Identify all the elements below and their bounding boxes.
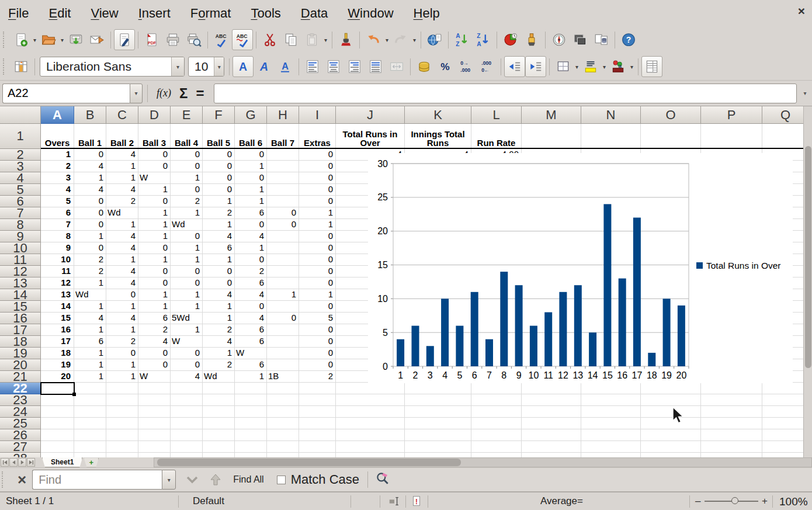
cell-I20[interactable]: 0: [299, 359, 336, 371]
percent-button[interactable]: %: [435, 56, 456, 77]
column-header-H[interactable]: H: [267, 106, 299, 124]
cell-B13[interactable]: 1: [74, 277, 106, 289]
cell-D22[interactable]: [138, 383, 171, 394]
cell-G3[interactable]: 1: [235, 161, 267, 172]
cell-E28[interactable]: [171, 453, 203, 457]
insert-chart-button[interactable]: [500, 29, 521, 50]
cell-A6[interactable]: 5: [41, 196, 74, 207]
cell-F4[interactable]: 0: [203, 172, 235, 184]
cell-B14[interactable]: Wd: [74, 289, 106, 301]
cell-M1[interactable]: [522, 124, 581, 149]
cell-C16[interactable]: 4: [106, 313, 138, 324]
function-wizard-icon[interactable]: f(x): [157, 87, 171, 99]
cell-D11[interactable]: 1: [138, 254, 171, 266]
cell-F26[interactable]: [203, 429, 235, 441]
cell-A15[interactable]: 14: [41, 301, 74, 313]
cell-H15[interactable]: [267, 301, 299, 313]
vertical-scrollbar[interactable]: [803, 106, 812, 457]
menu-file[interactable]: File: [8, 6, 29, 21]
cell-E24[interactable]: [171, 406, 203, 418]
cell-D18[interactable]: 4: [138, 336, 171, 348]
cell-A19[interactable]: 18: [41, 348, 74, 359]
cell-A8[interactable]: 7: [41, 219, 74, 231]
cell-D27[interactable]: [138, 441, 171, 453]
cell-A27[interactable]: [41, 441, 74, 453]
cell-C25[interactable]: [106, 418, 138, 429]
horizontal-scrollbar-thumb[interactable]: [157, 459, 461, 466]
column-header-D[interactable]: D: [138, 106, 171, 124]
cell-D14[interactable]: 1: [138, 289, 171, 301]
undo-button[interactable]: [363, 29, 384, 50]
cell-G28[interactable]: [235, 453, 267, 457]
cell-O22[interactable]: [641, 383, 701, 394]
column-header-Q[interactable]: Q: [762, 106, 809, 124]
cell-M27[interactable]: [522, 441, 581, 453]
cell-F13[interactable]: 0: [203, 277, 235, 289]
cell-G10[interactable]: 1: [235, 242, 267, 254]
cell-B17[interactable]: 1: [74, 324, 106, 336]
cell-C12[interactable]: 4: [106, 266, 138, 277]
cell-F5[interactable]: 0: [203, 184, 235, 196]
cell-H27[interactable]: [267, 441, 299, 453]
gallery-button[interactable]: [570, 29, 591, 50]
cell-D17[interactable]: 2: [138, 324, 171, 336]
cell-D23[interactable]: [138, 394, 171, 406]
add-decimal-button[interactable]: 0→.000: [456, 56, 477, 77]
formula-input[interactable]: [214, 84, 797, 103]
cell-H12[interactable]: [267, 266, 299, 277]
cell-C4[interactable]: 1: [106, 172, 138, 184]
cell-B16[interactable]: 4: [74, 313, 106, 324]
next-sheet-button[interactable]: [18, 458, 26, 467]
cell-F22[interactable]: [203, 383, 235, 394]
cell-G14[interactable]: 4: [235, 289, 267, 301]
find-and-replace-icon[interactable]: [375, 471, 390, 488]
cell-F1[interactable]: Ball 5: [203, 124, 235, 149]
name-box-dropdown[interactable]: ▾: [130, 84, 143, 103]
cell-D9[interactable]: 1: [138, 231, 171, 242]
chart-object[interactable]: 0510152025301234567891011121314151617181…: [368, 153, 793, 383]
cell-F10[interactable]: 6: [203, 242, 235, 254]
new-document-dropdown-icon[interactable]: ▾: [32, 37, 38, 43]
cell-C19[interactable]: 0: [106, 348, 138, 359]
sheet-tab-sheet1[interactable]: Sheet1: [42, 457, 82, 467]
cell-C26[interactable]: [106, 429, 138, 441]
zoom-in-icon[interactable]: +: [762, 495, 768, 507]
cell-P24[interactable]: [701, 406, 762, 418]
last-sheet-button[interactable]: [27, 458, 35, 467]
column-header-C[interactable]: C: [106, 106, 138, 124]
export-pdf-button[interactable]: PDF: [141, 29, 162, 50]
cell-E1[interactable]: Ball 4: [171, 124, 203, 149]
cell-I18[interactable]: 0: [299, 336, 336, 348]
cell-C13[interactable]: 4: [106, 277, 138, 289]
cell-O28[interactable]: [641, 453, 701, 457]
cell-I2[interactable]: 0: [299, 149, 336, 161]
cell-A7[interactable]: 6: [41, 207, 74, 219]
formula-bar-expand-icon[interactable]: ▾: [800, 90, 810, 96]
cell-O26[interactable]: [641, 429, 701, 441]
menu-window[interactable]: Window: [348, 6, 393, 21]
cell-H3[interactable]: [267, 161, 299, 172]
cell-H11[interactable]: [267, 254, 299, 266]
cell-B7[interactable]: 0: [74, 207, 106, 219]
cell-F28[interactable]: [203, 453, 235, 457]
cell-J28[interactable]: [336, 453, 405, 457]
cell-H20[interactable]: [267, 359, 299, 371]
font-size-combo-dropdown-icon[interactable]: ▾: [214, 57, 224, 76]
column-header-J[interactable]: J: [336, 106, 405, 124]
cell-N25[interactable]: [581, 418, 641, 429]
cell-I26[interactable]: [299, 429, 336, 441]
cell-G26[interactable]: [235, 429, 267, 441]
column-header-M[interactable]: M: [522, 106, 581, 124]
align-justify-button[interactable]: [365, 56, 386, 77]
cell-A24[interactable]: [41, 406, 74, 418]
cell-E9[interactable]: 0: [171, 231, 203, 242]
paste-dropdown-icon[interactable]: ▾: [322, 37, 329, 43]
cell-B10[interactable]: 0: [74, 242, 106, 254]
bold-button[interactable]: A: [233, 56, 254, 77]
cell-B12[interactable]: 2: [74, 266, 106, 277]
cell-A17[interactable]: 16: [41, 324, 74, 336]
navigator-button[interactable]: [549, 29, 570, 50]
window-close-button[interactable]: ×: [798, 5, 805, 17]
cell-F3[interactable]: 0: [203, 161, 235, 172]
cell-A16[interactable]: 15: [41, 313, 74, 324]
